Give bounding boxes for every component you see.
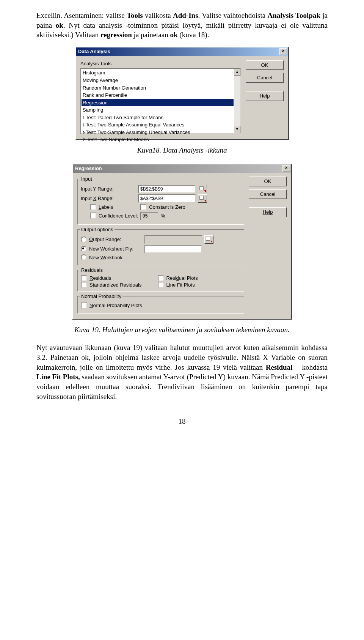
standardized-residuals-checkbox[interactable] [81,282,87,288]
page-number: 18 [36,416,328,426]
regression-dialog: Regression × Input Input Y Range: $B$2:$… [72,164,292,320]
residual-plots-label: Residual Plots [166,275,198,282]
range-picker-icon[interactable] [198,185,207,193]
paragraph-1: Exceliin. Asentaminen: valitse Tools val… [36,11,328,40]
input-y-label: Input Y Range: [81,186,136,192]
paragraph-2: Nyt avautuvaan ikkunaan (kuva 19) valita… [36,343,328,401]
dialog-title: Regression [75,165,102,172]
close-icon[interactable]: × [282,165,290,172]
list-item[interactable]: Rank and Percentile [82,91,234,99]
list-item[interactable]: z-Test: Two Sample for Means [82,136,234,143]
input-y-field[interactable]: $B$2:$B$9 [138,185,196,193]
normal-probability-checkbox[interactable] [81,303,87,309]
dialog-title: Data Analysis [78,48,110,55]
list-item[interactable]: t-Test: Paired Two Sample for Means [82,114,234,121]
confidence-field[interactable]: 95 [140,212,158,220]
input-x-field[interactable]: $A$2:$A$9 [138,194,196,203]
list-item-selected[interactable]: Regression [82,99,234,107]
new-workbook-radio[interactable] [81,254,87,260]
range-picker-icon[interactable] [198,194,207,203]
labels-label: Labels [99,204,113,211]
output-range-field[interactable] [144,235,202,244]
ok-button[interactable]: OK [246,60,284,70]
new-worksheet-field[interactable] [144,245,202,253]
cancel-button[interactable]: Cancel [246,73,284,83]
scrollbar[interactable]: ▲ ▼ [234,69,240,133]
scroll-down-icon[interactable]: ▼ [234,126,240,133]
list-item[interactable]: t-Test: Two-Sample Assuming Equal Varian… [82,121,234,129]
analysis-tools-label: Analysis Tools [80,60,241,67]
help-button[interactable]: Help [249,207,287,217]
standardized-residuals-label: Standardized Residuals [89,282,141,288]
confidence-checkbox[interactable] [90,213,96,219]
output-group: Output options Output Range: New Workshe… [77,229,244,266]
new-worksheet-radio[interactable] [81,246,87,252]
residual-plots-checkbox[interactable] [158,275,164,281]
new-worksheet-label: New Worksheet Ply: [89,246,142,252]
labels-checkbox[interactable] [90,204,96,210]
residuals-group: Residuals Residuals Residual Plots [77,270,244,292]
range-picker-icon[interactable] [204,235,213,244]
figure-caption-2: Kuva 19. Haluttujen arvojen valitseminen… [36,325,328,335]
output-range-radio[interactable] [81,236,87,243]
titlebar[interactable]: Data Analysis × [76,47,288,56]
list-item[interactable]: Sampling [82,106,234,114]
list-item[interactable]: Random Number Generation [82,84,234,92]
residuals-label: Residuals [89,275,111,282]
normal-probability-label: Normal Probability Plots [89,302,142,309]
constant-zero-label: Constant is Zero [149,204,185,211]
list-item[interactable]: Moving Average [82,77,234,84]
scroll-up-icon[interactable]: ▲ [234,69,240,76]
ok-button[interactable]: OK [249,177,287,186]
output-range-label: Output Range: [89,236,142,243]
data-analysis-dialog: Data Analysis × Analysis Tools Histogram… [75,47,289,140]
cancel-button[interactable]: Cancel [249,189,287,199]
close-icon[interactable]: × [279,48,287,55]
line-fit-plots-label: Line Fit Plots [166,282,195,288]
input-x-label: Input X Range: [81,195,136,202]
list-item[interactable]: t-Test: Two-Sample Assuming Unequal Vari… [82,129,234,136]
normal-probability-group: Normal Probability Normal Probability Pl… [77,296,244,314]
figure-caption-1: Kuva18. Data Analysis -ikkuna [36,145,328,155]
titlebar[interactable]: Regression × [73,164,291,173]
analysis-tools-listbox[interactable]: Histogram Moving Average Random Number G… [80,68,241,134]
help-button[interactable]: Help [246,91,284,101]
input-group: Input Input Y Range: $B$2:$B$9 Input X R… [77,179,244,225]
residuals-checkbox[interactable] [81,275,87,281]
constant-zero-checkbox[interactable] [140,204,147,210]
line-fit-plots-checkbox[interactable] [158,282,164,288]
confidence-label: Confidence Level: [99,213,138,219]
list-item[interactable]: Histogram [82,69,234,77]
percent-label: % [161,213,165,219]
new-workbook-label: New Workbook [89,254,122,261]
